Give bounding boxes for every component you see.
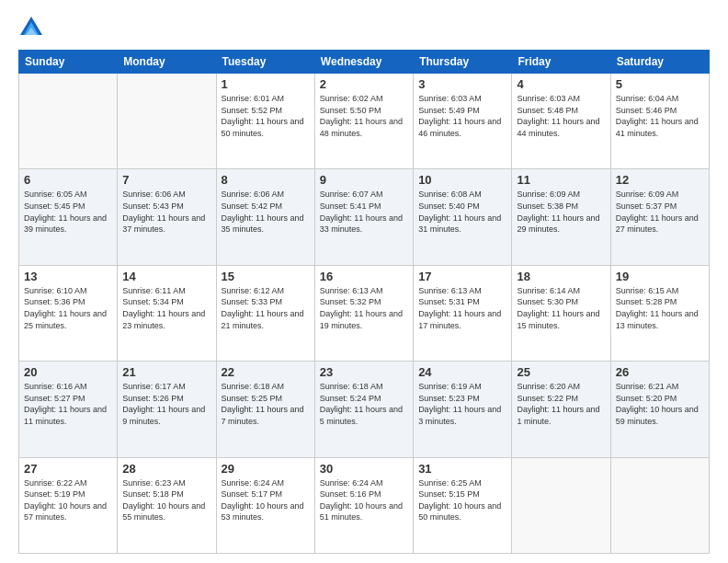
calendar-cell: 3Sunrise: 6:03 AM Sunset: 5:49 PM Daylig… [414, 74, 512, 169]
day-header-thursday: Thursday [414, 51, 512, 74]
calendar-cell [118, 74, 216, 169]
day-number: 8 [222, 173, 310, 187]
week-row-3: 13Sunrise: 6:10 AM Sunset: 5:36 PM Dayli… [19, 265, 710, 361]
calendar-cell: 19Sunrise: 6:15 AM Sunset: 5:28 PM Dayli… [610, 265, 709, 361]
day-number: 28 [122, 462, 210, 476]
day-number: 19 [616, 270, 704, 283]
calendar-cell: 4Sunrise: 6:03 AM Sunset: 5:48 PM Daylig… [512, 74, 610, 169]
cell-info: Sunrise: 6:06 AM Sunset: 5:42 PM Dayligh… [222, 189, 310, 235]
day-header-tuesday: Tuesday [216, 51, 314, 74]
cell-info: Sunrise: 6:10 AM Sunset: 5:36 PM Dayligh… [24, 285, 112, 331]
day-number: 13 [24, 270, 112, 283]
logo-icon [18, 15, 44, 40]
day-number: 22 [222, 365, 310, 379]
cell-info: Sunrise: 6:12 AM Sunset: 5:33 PM Dayligh… [222, 285, 310, 331]
calendar-cell: 27Sunrise: 6:22 AM Sunset: 5:19 PM Dayli… [19, 457, 118, 553]
day-number: 5 [616, 77, 704, 91]
day-number: 4 [517, 77, 605, 91]
calendar-cell: 16Sunrise: 6:13 AM Sunset: 5:32 PM Dayli… [314, 265, 413, 361]
cell-info: Sunrise: 6:21 AM Sunset: 5:20 PM Dayligh… [616, 381, 704, 427]
calendar-cell: 5Sunrise: 6:04 AM Sunset: 5:46 PM Daylig… [610, 74, 709, 169]
cell-info: Sunrise: 6:04 AM Sunset: 5:46 PM Dayligh… [616, 93, 704, 139]
day-header-friday: Friday [512, 51, 610, 74]
calendar-cell: 11Sunrise: 6:09 AM Sunset: 5:38 PM Dayli… [512, 169, 610, 265]
calendar-cell: 10Sunrise: 6:08 AM Sunset: 5:40 PM Dayli… [414, 169, 512, 265]
calendar-cell: 29Sunrise: 6:24 AM Sunset: 5:17 PM Dayli… [216, 457, 314, 553]
week-row-4: 20Sunrise: 6:16 AM Sunset: 5:27 PM Dayli… [19, 362, 710, 457]
day-header-saturday: Saturday [610, 51, 709, 74]
calendar-cell: 17Sunrise: 6:13 AM Sunset: 5:31 PM Dayli… [414, 265, 512, 361]
week-row-2: 6Sunrise: 6:05 AM Sunset: 5:45 PM Daylig… [19, 169, 710, 265]
day-number: 16 [320, 270, 408, 283]
day-number: 3 [418, 77, 506, 91]
day-number: 2 [320, 77, 408, 91]
calendar-table: SundayMondayTuesdayWednesdayThursdayFrid… [18, 50, 710, 554]
day-number: 6 [24, 173, 112, 187]
cell-info: Sunrise: 6:24 AM Sunset: 5:16 PM Dayligh… [320, 477, 408, 523]
day-number: 31 [418, 462, 506, 476]
cell-info: Sunrise: 6:25 AM Sunset: 5:15 PM Dayligh… [418, 477, 506, 523]
cell-info: Sunrise: 6:13 AM Sunset: 5:31 PM Dayligh… [418, 285, 506, 331]
calendar-cell: 25Sunrise: 6:20 AM Sunset: 5:22 PM Dayli… [512, 362, 610, 457]
calendar-cell: 28Sunrise: 6:23 AM Sunset: 5:18 PM Dayli… [118, 457, 216, 553]
calendar-cell: 1Sunrise: 6:01 AM Sunset: 5:52 PM Daylig… [216, 74, 314, 169]
day-number: 23 [320, 365, 408, 379]
cell-info: Sunrise: 6:18 AM Sunset: 5:25 PM Dayligh… [222, 381, 310, 427]
calendar-cell: 26Sunrise: 6:21 AM Sunset: 5:20 PM Dayli… [610, 362, 709, 457]
day-number: 29 [222, 462, 310, 476]
calendar-cell: 30Sunrise: 6:24 AM Sunset: 5:16 PM Dayli… [314, 457, 413, 553]
cell-info: Sunrise: 6:18 AM Sunset: 5:24 PM Dayligh… [320, 381, 408, 427]
cell-info: Sunrise: 6:08 AM Sunset: 5:40 PM Dayligh… [418, 189, 506, 235]
cell-info: Sunrise: 6:02 AM Sunset: 5:50 PM Dayligh… [320, 93, 408, 139]
day-number: 26 [616, 365, 704, 379]
page: SundayMondayTuesdayWednesdayThursdayFrid… [0, 0, 728, 563]
day-number: 14 [122, 270, 210, 283]
day-header-wednesday: Wednesday [314, 51, 413, 74]
cell-info: Sunrise: 6:20 AM Sunset: 5:22 PM Dayligh… [517, 381, 605, 427]
cell-info: Sunrise: 6:07 AM Sunset: 5:41 PM Dayligh… [320, 189, 408, 235]
day-number: 30 [320, 462, 408, 476]
cell-info: Sunrise: 6:17 AM Sunset: 5:26 PM Dayligh… [122, 381, 210, 427]
cell-info: Sunrise: 6:15 AM Sunset: 5:28 PM Dayligh… [616, 285, 704, 331]
cell-info: Sunrise: 6:03 AM Sunset: 5:48 PM Dayligh… [517, 93, 605, 139]
header-row: SundayMondayTuesdayWednesdayThursdayFrid… [19, 51, 710, 74]
cell-info: Sunrise: 6:03 AM Sunset: 5:49 PM Dayligh… [418, 93, 506, 139]
cell-info: Sunrise: 6:01 AM Sunset: 5:52 PM Dayligh… [222, 93, 310, 139]
cell-info: Sunrise: 6:09 AM Sunset: 5:38 PM Dayligh… [517, 189, 605, 235]
calendar-cell: 18Sunrise: 6:14 AM Sunset: 5:30 PM Dayli… [512, 265, 610, 361]
cell-info: Sunrise: 6:05 AM Sunset: 5:45 PM Dayligh… [24, 189, 112, 235]
day-number: 27 [24, 462, 112, 476]
day-number: 21 [122, 365, 210, 379]
calendar-cell: 24Sunrise: 6:19 AM Sunset: 5:23 PM Dayli… [414, 362, 512, 457]
day-number: 15 [222, 270, 310, 283]
day-number: 1 [222, 77, 310, 91]
cell-info: Sunrise: 6:06 AM Sunset: 5:43 PM Dayligh… [122, 189, 210, 235]
cell-info: Sunrise: 6:14 AM Sunset: 5:30 PM Dayligh… [517, 285, 605, 331]
calendar-cell: 8Sunrise: 6:06 AM Sunset: 5:42 PM Daylig… [216, 169, 314, 265]
calendar-cell: 20Sunrise: 6:16 AM Sunset: 5:27 PM Dayli… [19, 362, 118, 457]
day-number: 12 [616, 173, 704, 187]
day-number: 20 [24, 365, 112, 379]
day-number: 24 [418, 365, 506, 379]
week-row-1: 1Sunrise: 6:01 AM Sunset: 5:52 PM Daylig… [19, 74, 710, 169]
day-number: 10 [418, 173, 506, 187]
calendar-cell: 6Sunrise: 6:05 AM Sunset: 5:45 PM Daylig… [19, 169, 118, 265]
day-number: 7 [122, 173, 210, 187]
day-number: 25 [517, 365, 605, 379]
cell-info: Sunrise: 6:13 AM Sunset: 5:32 PM Dayligh… [320, 285, 408, 331]
calendar-cell: 2Sunrise: 6:02 AM Sunset: 5:50 PM Daylig… [314, 74, 413, 169]
calendar-cell: 14Sunrise: 6:11 AM Sunset: 5:34 PM Dayli… [118, 265, 216, 361]
calendar-cell: 7Sunrise: 6:06 AM Sunset: 5:43 PM Daylig… [118, 169, 216, 265]
header [18, 15, 710, 40]
calendar-cell: 15Sunrise: 6:12 AM Sunset: 5:33 PM Dayli… [216, 265, 314, 361]
calendar-cell [19, 74, 118, 169]
calendar-cell: 12Sunrise: 6:09 AM Sunset: 5:37 PM Dayli… [610, 169, 709, 265]
calendar-cell: 21Sunrise: 6:17 AM Sunset: 5:26 PM Dayli… [118, 362, 216, 457]
cell-info: Sunrise: 6:24 AM Sunset: 5:17 PM Dayligh… [222, 477, 310, 523]
cell-info: Sunrise: 6:19 AM Sunset: 5:23 PM Dayligh… [418, 381, 506, 427]
calendar-cell [512, 457, 610, 553]
calendar-cell: 31Sunrise: 6:25 AM Sunset: 5:15 PM Dayli… [414, 457, 512, 553]
day-number: 11 [517, 173, 605, 187]
calendar-cell: 22Sunrise: 6:18 AM Sunset: 5:25 PM Dayli… [216, 362, 314, 457]
cell-info: Sunrise: 6:22 AM Sunset: 5:19 PM Dayligh… [24, 477, 112, 523]
